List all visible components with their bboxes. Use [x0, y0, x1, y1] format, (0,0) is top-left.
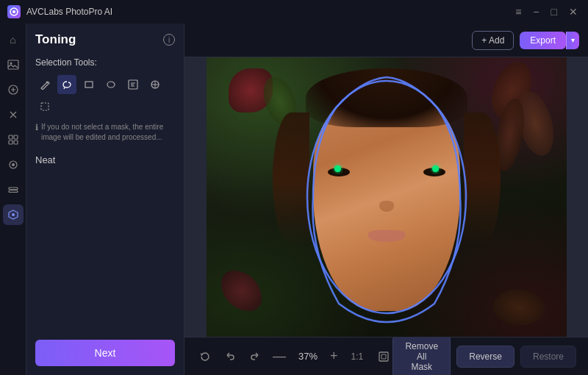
crop-btn[interactable] — [35, 97, 54, 116]
sidebar-item-adjust[interactable] — [3, 79, 24, 100]
svg-rect-12 — [9, 190, 18, 193]
panel-header: Toning i — [35, 32, 175, 47]
sidebar-item-fx[interactable] — [3, 104, 24, 125]
svg-point-15 — [107, 82, 115, 88]
neat-label: Neat — [35, 154, 175, 165]
undo-btn[interactable] — [221, 348, 239, 365]
svg-point-13 — [12, 213, 15, 216]
hair-left — [273, 113, 309, 245]
lips-area — [368, 230, 405, 242]
zoom-display: 37% — [295, 351, 321, 362]
left-panel: Toning i Selection Tools: — [26, 24, 184, 375]
hair-top — [306, 68, 467, 127]
svg-rect-11 — [9, 188, 18, 190]
hint-icon: ℹ — [35, 123, 38, 132]
remove-all-mask-btn[interactable]: Remove All Mask — [392, 335, 451, 376]
titlebar-left: AVCLabs PhotoPro AI — [7, 5, 112, 18]
redo-btn[interactable] — [246, 348, 264, 365]
main-layout: ⌂ — [0, 24, 588, 375]
bottom-toolbar: — 37% + 1:1 Remove All Mask Reverse Rest… — [184, 337, 588, 375]
zoom-minus-sep: — — [271, 349, 287, 364]
sidebar-item-layers[interactable] — [3, 179, 24, 200]
svg-rect-22 — [379, 352, 388, 361]
zoom-plus-sep: + — [329, 349, 340, 364]
title-bar: AVCLabs PhotoPro AI ≡ − □ ✕ — [0, 0, 588, 24]
svg-rect-7 — [9, 140, 12, 144]
selection-tools-label: Selection Tools: — [35, 57, 175, 68]
app-title: AVCLabs PhotoPro AI — [26, 7, 112, 17]
refresh-btn[interactable] — [196, 348, 214, 365]
svg-point-10 — [12, 163, 15, 166]
export-dropdown-btn[interactable]: ▾ — [566, 32, 579, 49]
svg-rect-2 — [8, 60, 18, 69]
info-icon[interactable]: i — [163, 34, 175, 46]
minimize-control[interactable]: − — [530, 6, 542, 18]
hint-row: ℹ If you do not select a mask, the entir… — [35, 122, 175, 143]
menu-control[interactable]: ≡ — [512, 6, 524, 18]
pen-tool-btn[interactable] — [35, 75, 54, 94]
window-controls: ≡ − □ ✕ — [512, 6, 581, 18]
restore-btn[interactable]: Restore — [520, 346, 576, 368]
eye-dot-right — [432, 165, 439, 172]
sidebar-item-retouch[interactable] — [3, 154, 24, 175]
export-button[interactable]: Export — [520, 32, 566, 49]
nose-area — [379, 201, 394, 212]
toolbar-right: Remove All Mask Reverse Restore — [392, 335, 576, 376]
reverse-btn[interactable]: Reverse — [456, 346, 514, 368]
tools-row — [35, 75, 175, 116]
toolbar-left: — 37% + 1:1 — [196, 348, 392, 365]
maximize-control[interactable]: □ — [548, 6, 560, 18]
svg-rect-20 — [41, 103, 49, 110]
content-area: + Add Export ▾ — [184, 24, 588, 375]
app-icon — [7, 5, 21, 18]
close-control[interactable]: ✕ — [566, 6, 581, 18]
ellipse-tool-btn[interactable] — [101, 75, 121, 94]
mask-brush-btn[interactable] — [146, 75, 165, 94]
svg-point-3 — [10, 63, 12, 65]
svg-point-1 — [12, 10, 15, 13]
image-canvas — [207, 57, 567, 337]
next-button[interactable]: Next — [35, 340, 175, 366]
sidebar-item-plugin[interactable] — [3, 129, 24, 150]
svg-rect-6 — [14, 135, 18, 139]
lasso-tool-btn[interactable] — [57, 75, 76, 94]
fit-btn[interactable] — [375, 348, 392, 365]
svg-rect-5 — [9, 135, 12, 139]
hair-right — [464, 113, 501, 245]
image-select-btn[interactable] — [123, 75, 143, 94]
eye-dot-left — [334, 165, 341, 172]
svg-rect-8 — [14, 140, 18, 144]
add-button[interactable]: + Add — [472, 31, 514, 50]
svg-rect-14 — [85, 82, 93, 88]
canvas-area[interactable] — [184, 57, 588, 337]
top-bar: + Add Export ▾ — [184, 24, 588, 57]
panel-title: Toning — [35, 32, 76, 47]
sidebar-item-ai[interactable] — [3, 204, 24, 225]
sidebar-item-images[interactable] — [3, 54, 24, 75]
ratio-btn[interactable]: 1:1 — [347, 349, 368, 365]
sidebar-item-home[interactable]: ⌂ — [3, 29, 24, 50]
rect-tool-btn[interactable] — [79, 75, 98, 94]
hint-text: If you do not select a mask, the entire … — [41, 122, 175, 143]
icon-sidebar: ⌂ — [0, 24, 26, 375]
